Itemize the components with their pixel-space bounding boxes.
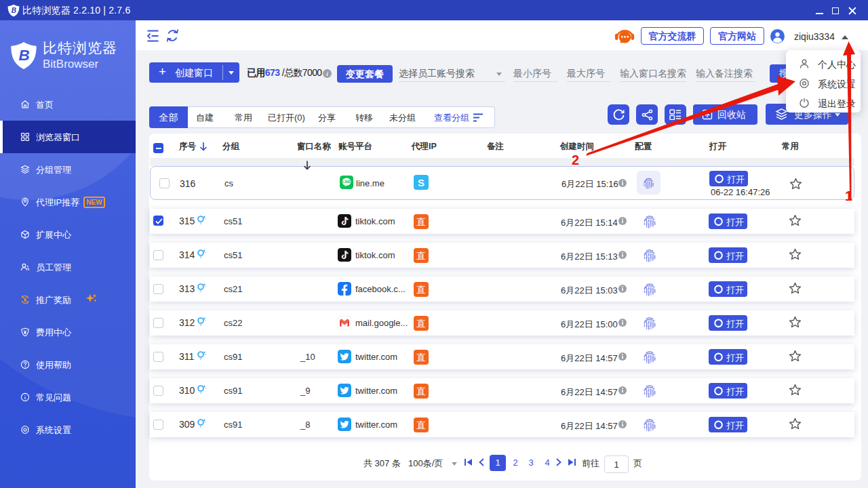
svg-text:2: 2: [572, 152, 579, 167]
svg-text:1: 1: [845, 188, 852, 203]
